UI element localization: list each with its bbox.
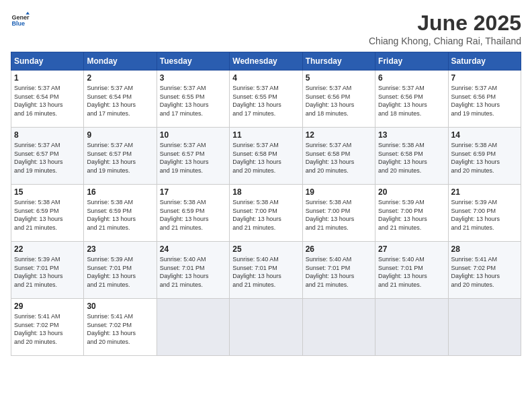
day-info: Sunrise: 5:38 AM Sunset: 6:59 PM Dayligh… [14,199,63,231]
svg-text:Blue: Blue [11,20,25,27]
table-row [448,299,521,356]
logo: General Blue [11,11,30,30]
day-info: Sunrise: 5:39 AM Sunset: 7:01 PM Dayligh… [87,256,136,288]
table-row: 25Sunrise: 5:40 AM Sunset: 7:01 PM Dayli… [230,242,302,299]
day-number: 14 [451,130,518,140]
day-info: Sunrise: 5:37 AM Sunset: 6:56 PM Dayligh… [378,85,427,117]
table-row: 23Sunrise: 5:39 AM Sunset: 7:01 PM Dayli… [84,242,157,299]
day-number: 30 [87,302,153,311]
day-number: 17 [160,187,226,197]
table-row: 4Sunrise: 5:37 AM Sunset: 6:55 PM Daylig… [230,71,302,128]
table-row: 5Sunrise: 5:37 AM Sunset: 6:56 PM Daylig… [302,71,375,128]
table-row: 28Sunrise: 5:41 AM Sunset: 7:02 PM Dayli… [448,242,521,299]
day-number: 20 [378,187,445,197]
calendar-week-3: 15Sunrise: 5:38 AM Sunset: 6:59 PM Dayli… [11,185,521,242]
day-info: Sunrise: 5:41 AM Sunset: 7:02 PM Dayligh… [87,313,136,345]
calendar-subtitle: Chiang Khong, Chiang Rai, Thailand [369,36,521,46]
day-number: 7 [451,73,518,83]
day-number: 16 [87,187,153,197]
day-number: 23 [87,244,153,254]
day-number: 22 [14,244,81,254]
day-info: Sunrise: 5:40 AM Sunset: 7:01 PM Dayligh… [160,256,209,288]
day-number: 9 [87,130,153,140]
day-info: Sunrise: 5:39 AM Sunset: 7:00 PM Dayligh… [378,199,427,231]
col-thursday: Thursday [302,52,375,71]
table-row: 1Sunrise: 5:37 AM Sunset: 6:54 PM Daylig… [11,71,84,128]
day-info: Sunrise: 5:37 AM Sunset: 6:58 PM Dayligh… [232,142,281,174]
table-row: 14Sunrise: 5:38 AM Sunset: 6:59 PM Dayli… [448,128,521,185]
table-row: 19Sunrise: 5:38 AM Sunset: 7:00 PM Dayli… [302,185,375,242]
day-number: 1 [14,73,81,83]
day-number: 4 [232,73,299,83]
title-area: June 2025 Chiang Khong, Chiang Rai, Thai… [369,11,521,46]
day-info: Sunrise: 5:37 AM Sunset: 6:55 PM Dayligh… [160,85,209,117]
day-info: Sunrise: 5:37 AM Sunset: 6:58 PM Dayligh… [306,142,355,174]
logo-icon: General Blue [11,11,30,30]
calendar-week-2: 8Sunrise: 5:37 AM Sunset: 6:57 PM Daylig… [11,128,521,185]
col-tuesday: Tuesday [157,52,229,71]
calendar-week-5: 29Sunrise: 5:41 AM Sunset: 7:02 PM Dayli… [11,299,521,356]
day-number: 28 [451,244,518,254]
table-row: 11Sunrise: 5:37 AM Sunset: 6:58 PM Dayli… [230,128,302,185]
table-row: 21Sunrise: 5:39 AM Sunset: 7:00 PM Dayli… [448,185,521,242]
day-number: 26 [306,244,372,254]
day-number: 10 [160,130,226,140]
day-number: 15 [14,187,81,197]
col-wednesday: Wednesday [230,52,302,71]
day-info: Sunrise: 5:39 AM Sunset: 7:00 PM Dayligh… [451,199,500,231]
day-number: 24 [160,244,226,254]
day-info: Sunrise: 5:40 AM Sunset: 7:01 PM Dayligh… [306,256,355,288]
calendar-title: June 2025 [369,11,521,36]
header-row: Sunday Monday Tuesday Wednesday Thursday… [11,52,521,71]
day-info: Sunrise: 5:38 AM Sunset: 6:58 PM Dayligh… [378,142,427,174]
table-row [375,299,448,356]
day-info: Sunrise: 5:37 AM Sunset: 6:57 PM Dayligh… [160,142,209,174]
table-row: 7Sunrise: 5:37 AM Sunset: 6:56 PM Daylig… [448,71,521,128]
day-info: Sunrise: 5:41 AM Sunset: 7:02 PM Dayligh… [14,313,63,345]
table-row: 15Sunrise: 5:38 AM Sunset: 6:59 PM Dayli… [11,185,84,242]
table-row: 24Sunrise: 5:40 AM Sunset: 7:01 PM Dayli… [157,242,229,299]
day-number: 6 [378,73,445,83]
table-row [302,299,375,356]
day-number: 25 [232,244,299,254]
day-info: Sunrise: 5:37 AM Sunset: 6:54 PM Dayligh… [14,85,63,117]
day-number: 29 [14,302,81,311]
table-row: 13Sunrise: 5:38 AM Sunset: 6:58 PM Dayli… [375,128,448,185]
col-monday: Monday [84,52,157,71]
day-info: Sunrise: 5:39 AM Sunset: 7:01 PM Dayligh… [14,256,63,288]
table-row: 26Sunrise: 5:40 AM Sunset: 7:01 PM Dayli… [302,242,375,299]
table-row: 20Sunrise: 5:39 AM Sunset: 7:00 PM Dayli… [375,185,448,242]
table-row [230,299,302,356]
day-number: 13 [378,130,445,140]
day-number: 19 [306,187,372,197]
table-row: 10Sunrise: 5:37 AM Sunset: 6:57 PM Dayli… [157,128,229,185]
svg-text:General: General [11,14,30,21]
day-number: 12 [306,130,372,140]
table-row: 12Sunrise: 5:37 AM Sunset: 6:58 PM Dayli… [302,128,375,185]
header: General Blue June 2025 Chiang Khong, Chi… [11,11,521,46]
day-number: 18 [232,187,299,197]
day-info: Sunrise: 5:37 AM Sunset: 6:54 PM Dayligh… [87,85,136,117]
day-info: Sunrise: 5:37 AM Sunset: 6:56 PM Dayligh… [451,85,500,117]
calendar-week-4: 22Sunrise: 5:39 AM Sunset: 7:01 PM Dayli… [11,242,521,299]
table-row: 2Sunrise: 5:37 AM Sunset: 6:54 PM Daylig… [84,71,157,128]
table-row: 17Sunrise: 5:38 AM Sunset: 6:59 PM Dayli… [157,185,229,242]
day-number: 2 [87,73,153,83]
day-info: Sunrise: 5:38 AM Sunset: 7:00 PM Dayligh… [306,199,355,231]
day-info: Sunrise: 5:37 AM Sunset: 6:57 PM Dayligh… [14,142,63,174]
table-row [157,299,229,356]
svg-marker-2 [26,11,30,14]
day-number: 3 [160,73,226,83]
day-info: Sunrise: 5:38 AM Sunset: 6:59 PM Dayligh… [87,199,136,231]
col-saturday: Saturday [448,52,521,71]
table-row: 6Sunrise: 5:37 AM Sunset: 6:56 PM Daylig… [375,71,448,128]
table-row: 18Sunrise: 5:38 AM Sunset: 7:00 PM Dayli… [230,185,302,242]
day-number: 27 [378,244,445,254]
day-info: Sunrise: 5:37 AM Sunset: 6:57 PM Dayligh… [87,142,136,174]
col-friday: Friday [375,52,448,71]
table-row: 16Sunrise: 5:38 AM Sunset: 6:59 PM Dayli… [84,185,157,242]
day-info: Sunrise: 5:38 AM Sunset: 6:59 PM Dayligh… [451,142,500,174]
calendar-table: Sunday Monday Tuesday Wednesday Thursday… [11,52,521,356]
table-row: 3Sunrise: 5:37 AM Sunset: 6:55 PM Daylig… [157,71,229,128]
day-number: 21 [451,187,518,197]
